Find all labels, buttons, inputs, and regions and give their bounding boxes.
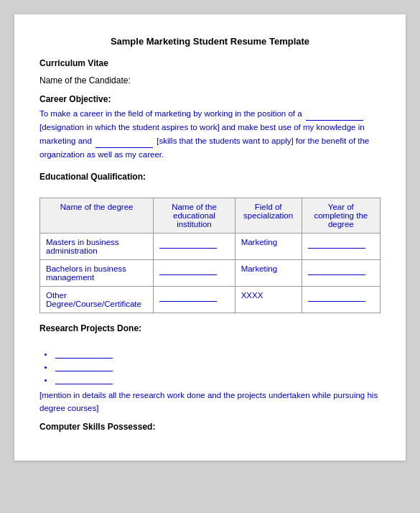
bullet1-blank (55, 349, 113, 359)
row1-blank (159, 239, 217, 249)
row1-degree: Masters in business administration (40, 233, 154, 259)
research-bullet-1 (54, 349, 381, 359)
curriculum-vitae-label: Curriculum Vitae (39, 58, 381, 68)
row3-year-blank (308, 292, 365, 302)
research-bullet-list (54, 349, 381, 384)
row3-field: XXXX (235, 286, 302, 313)
row3-blank (159, 292, 217, 302)
resume-page: Sample Marketing Student Resume Template… (14, 14, 406, 461)
computer-skills-label: Computer Skills Possessed: (39, 422, 381, 432)
col-header-institution: Name of the educational institution (154, 198, 235, 233)
row2-year (302, 259, 380, 286)
research-note: [mention in details all the research wor… (39, 389, 381, 415)
row2-institution (154, 259, 235, 286)
edu-row-2: Bachelors in business management Marketi… (40, 259, 381, 286)
row2-year-blank (308, 266, 365, 275)
research-label: Research Projects Done: (39, 323, 381, 333)
row1-field: Marketing (235, 233, 302, 259)
edu-table: Name of the degree Name of the education… (39, 198, 381, 313)
row2-blank (159, 266, 217, 275)
career-objective-text: To make a career in the field of marketi… (39, 107, 381, 162)
candidate-name-label: Name of the Candidate: (39, 75, 381, 86)
research-section: Research Projects Done: [mention in deta… (39, 323, 381, 415)
blank-2 (95, 134, 153, 148)
bullet3-blank (55, 375, 113, 384)
edu-row-3: Other Degree/Course/Certificate XXXX (40, 286, 381, 313)
bullet2-blank (55, 362, 113, 371)
career-objective-label: Career Objective: (39, 94, 381, 104)
page-title: Sample Marketing Student Resume Template (39, 36, 381, 47)
research-bullet-3 (54, 375, 381, 384)
row1-year-blank (308, 239, 365, 249)
col-header-degree: Name of the degree (40, 198, 154, 233)
col-header-field: Field of specialization (235, 198, 302, 233)
educational-qualification-section: Educational Qualification: Name of the d… (39, 172, 381, 313)
col-header-year: Year of completing the degree (302, 198, 380, 233)
row2-degree: Bachelors in business management (40, 259, 154, 286)
row1-year (302, 233, 380, 259)
row3-degree: Other Degree/Course/Certificate (40, 286, 154, 313)
row3-institution (154, 286, 235, 313)
row3-year (302, 286, 380, 313)
blank-1 (306, 107, 363, 121)
research-bullet-2 (54, 362, 381, 371)
row2-field: Marketing (235, 259, 302, 286)
edu-row-1: Masters in business administration Marke… (40, 233, 381, 259)
row1-institution (154, 233, 235, 259)
edu-qual-label: Educational Qualification: (39, 172, 381, 182)
